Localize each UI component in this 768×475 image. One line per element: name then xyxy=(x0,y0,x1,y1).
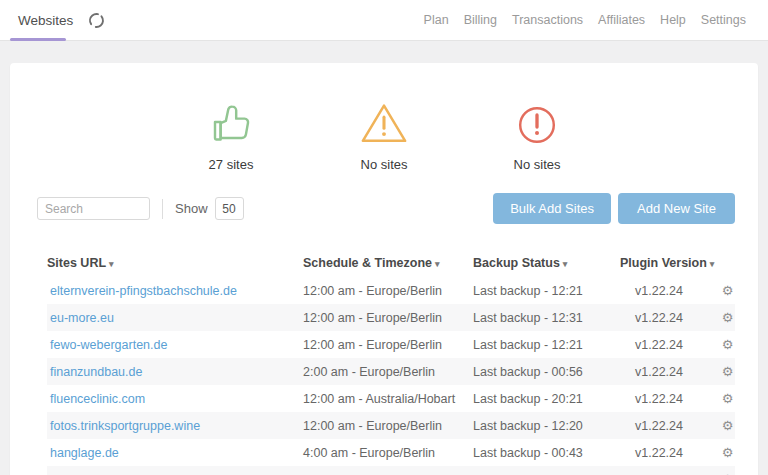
top-navigation: Plan Billing Transactions Affiliates Hel… xyxy=(424,13,746,27)
header-label: Sites URL xyxy=(47,256,106,270)
nav-affiliates[interactable]: Affiliates xyxy=(598,13,645,27)
row-settings-gear-icon[interactable]: ⚙ xyxy=(720,391,735,406)
site-url-link[interactable]: fewo-webergarten.de xyxy=(47,338,303,352)
refresh-icon[interactable] xyxy=(87,11,106,30)
error-circle-icon xyxy=(516,104,558,150)
site-url-link[interactable]: elternverein-pfingstbachschule.de xyxy=(47,284,303,298)
row-settings-gear-icon[interactable]: ⚙ xyxy=(720,310,735,325)
add-new-site-button[interactable]: Add New Site xyxy=(618,193,735,224)
table-row: fluenceclinic.com 12:00 am - Australia/H… xyxy=(47,385,735,412)
backup-status-cell: Last backup - 00:43 xyxy=(473,446,620,460)
chevron-down-icon: ▾ xyxy=(710,259,715,269)
schedule-timezone-cell: 12:00 am - Europe/Berlin xyxy=(303,338,473,352)
plugin-version-cell: v1.22.24 xyxy=(620,311,720,325)
table-row: fotos.trinksportgruppe.wine 12:00 am - E… xyxy=(47,412,735,439)
chevron-down-icon: ▾ xyxy=(563,259,568,269)
plugin-version-cell: v1.22.24 xyxy=(620,446,720,460)
tab-websites[interactable]: Websites xyxy=(18,13,73,28)
controls-divider xyxy=(162,199,163,219)
sites-table: Sites URL▾ Schedule & Timezone▾ Backup S… xyxy=(47,250,735,475)
table-row: hjf-immobilien.de 12:00 am - Europe/Berl… xyxy=(47,466,735,475)
header-backup-status[interactable]: Backup Status▾ xyxy=(473,256,620,270)
table-controls: Show Bulk Add Sites Add New Site xyxy=(37,193,735,224)
table-row: fewo-webergarten.de 12:00 am - Europe/Be… xyxy=(47,331,735,358)
plugin-version-cell: v1.22.24 xyxy=(620,338,720,352)
backup-status-cell: Last backup - 00:56 xyxy=(473,365,620,379)
chevron-down-icon: ▾ xyxy=(435,259,440,269)
site-url-link[interactable]: eu-more.eu xyxy=(47,311,303,325)
plugin-version-cell: v1.22.24 xyxy=(620,419,720,433)
plugin-version-cell: v1.22.24 xyxy=(620,284,720,298)
warning-sites-count: No sites xyxy=(361,157,408,172)
stat-warning: No sites xyxy=(334,88,434,172)
table-row: hanglage.de 4:00 am - Europe/Berlin Last… xyxy=(47,439,735,466)
nav-plan[interactable]: Plan xyxy=(424,13,449,27)
header-label: Backup Status xyxy=(473,256,560,270)
backup-status-cell: Last backup - 12:21 xyxy=(473,284,620,298)
schedule-timezone-cell: 12:00 am - Europe/Berlin xyxy=(303,284,473,298)
error-sites-count: No sites xyxy=(514,157,561,172)
site-url-link[interactable]: finanzundbau.de xyxy=(47,365,303,379)
table-row: eu-more.eu 12:00 am - Europe/Berlin Last… xyxy=(47,304,735,331)
site-url-link[interactable]: fluenceclinic.com xyxy=(47,392,303,406)
chevron-down-icon: ▾ xyxy=(109,259,114,269)
bulk-add-sites-button[interactable]: Bulk Add Sites xyxy=(493,193,611,224)
show-count-input[interactable] xyxy=(215,197,244,220)
nav-billing[interactable]: Billing xyxy=(464,13,497,27)
table-row: finanzundbau.de 2:00 am - Europe/Berlin … xyxy=(47,358,735,385)
header-label: Schedule & Timezone xyxy=(303,256,432,270)
row-settings-gear-icon[interactable]: ⚙ xyxy=(720,445,735,460)
active-tab-underline xyxy=(10,38,66,41)
backup-status-cell: Last backup - 12:20 xyxy=(473,419,620,433)
site-url-link[interactable]: fotos.trinksportgruppe.wine xyxy=(47,419,303,433)
backup-status-cell: Last backup - 12:31 xyxy=(473,311,620,325)
table-row: elternverein-pfingstbachschule.de 12:00 … xyxy=(47,277,735,304)
thumbs-up-icon xyxy=(209,101,254,150)
header-sites-url[interactable]: Sites URL▾ xyxy=(47,256,303,270)
row-settings-gear-icon[interactable]: ⚙ xyxy=(720,364,735,379)
schedule-timezone-cell: 2:00 am - Europe/Berlin xyxy=(303,365,473,379)
show-label: Show xyxy=(175,201,208,216)
table-body: elternverein-pfingstbachschule.de 12:00 … xyxy=(47,277,735,475)
nav-help[interactable]: Help xyxy=(660,13,686,27)
stat-healthy: 27 sites xyxy=(181,88,281,172)
schedule-timezone-cell: 12:00 am - Australia/Hobart xyxy=(303,392,473,406)
row-settings-gear-icon[interactable]: ⚙ xyxy=(720,283,735,298)
nav-settings[interactable]: Settings xyxy=(701,13,746,27)
stat-error: No sites xyxy=(487,88,587,172)
header-label: Plugin Version xyxy=(620,256,707,270)
topbar: Websites Plan Billing Transactions Affil… xyxy=(0,0,768,41)
schedule-timezone-cell: 4:00 am - Europe/Berlin xyxy=(303,446,473,460)
warning-triangle-icon xyxy=(359,101,409,150)
backup-status-cell: Last backup - 12:21 xyxy=(473,338,620,352)
site-url-link[interactable]: hanglage.de xyxy=(47,446,303,460)
main-panel: 27 sites No sites xyxy=(10,63,758,475)
backup-status-cell: Last backup - 20:21 xyxy=(473,392,620,406)
plugin-version-cell: v1.22.24 xyxy=(620,392,720,406)
status-summary: 27 sites No sites xyxy=(10,88,758,172)
row-settings-gear-icon[interactable]: ⚙ xyxy=(720,418,735,433)
schedule-timezone-cell: 12:00 am - Europe/Berlin xyxy=(303,311,473,325)
schedule-timezone-cell: 12:00 am - Europe/Berlin xyxy=(303,419,473,433)
table-header-row: Sites URL▾ Schedule & Timezone▾ Backup S… xyxy=(47,250,735,275)
search-input[interactable] xyxy=(37,197,150,220)
header-plugin-version[interactable]: Plugin Version▾ xyxy=(620,256,720,270)
plugin-version-cell: v1.22.24 xyxy=(620,365,720,379)
header-schedule-timezone[interactable]: Schedule & Timezone▾ xyxy=(303,256,473,270)
nav-transactions[interactable]: Transactions xyxy=(512,13,583,27)
row-settings-gear-icon[interactable]: ⚙ xyxy=(720,337,735,352)
healthy-sites-count: 27 sites xyxy=(209,157,254,172)
